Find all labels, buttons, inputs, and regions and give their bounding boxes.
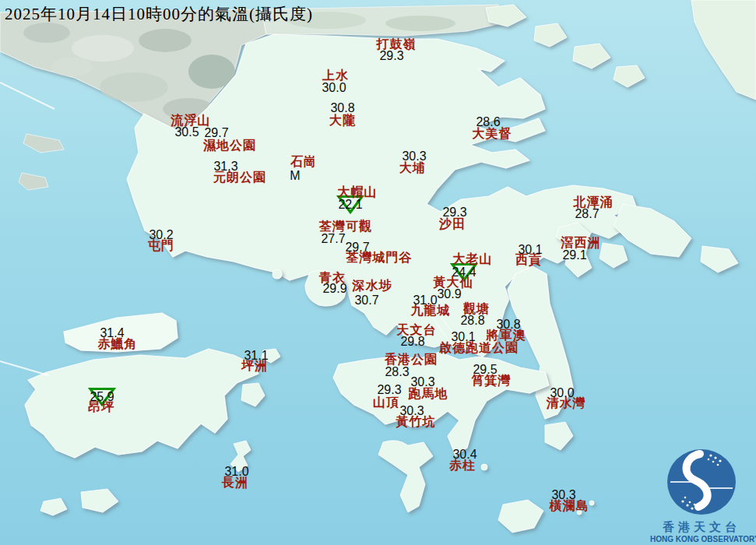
station-temperature: 29.3	[377, 383, 401, 397]
station-temperature: 28.6	[476, 115, 500, 129]
hko-logo: 香港天文台 HONG KONG OBSERVATORY	[650, 448, 753, 543]
station-temperature: 31.3	[213, 160, 237, 174]
station-temperature: 28.8	[460, 314, 484, 328]
station-temperature: 29.3	[442, 206, 466, 220]
station-temperature: 30.7	[354, 294, 378, 308]
station-temperature: 31.0	[413, 294, 437, 308]
stations-layer: 29.3打鼓嶺30.0上水30.8大隴28.6大美督30.5流浮山29.7濕地公…	[0, 0, 756, 545]
station-temperature: 27.7	[321, 232, 345, 246]
weather-map-screen: 2025年10月14日10時00分的氣溫(攝氏度) 29.3打鼓嶺30.0上水3…	[0, 0, 756, 545]
station-temperature: 31.4	[100, 326, 124, 340]
station-temperature: M	[290, 169, 300, 183]
logo-name-chinese: 香港天文台	[650, 520, 753, 535]
station-temperature: 30.0	[550, 386, 574, 400]
station-temperature: 30.3	[410, 375, 434, 389]
hko-logo-icon	[666, 448, 737, 516]
logo-name-english: HONG KONG OBSERVATORY	[650, 535, 753, 543]
station-temperature: 30.5	[174, 125, 199, 139]
station-temperature: 29.9	[322, 282, 346, 296]
station-temperature: 30.3	[399, 404, 424, 418]
station-name: 石崗	[290, 154, 317, 171]
station-temperature: 22.1	[338, 198, 362, 212]
station-temperature: 30.9	[437, 287, 461, 301]
station-temperature: 30.1	[451, 330, 475, 344]
station-temperature: 30.3	[551, 488, 575, 502]
station-temperature: 24.4	[452, 265, 476, 280]
station-temperature: 29.8	[400, 335, 424, 349]
station-temperature: 30.8	[496, 318, 520, 332]
station-temperature: 30.2	[149, 228, 173, 242]
station-temperature: 30.1	[518, 243, 542, 257]
station-temperature: 29.1	[562, 248, 586, 262]
station-temperature: 30.4	[452, 448, 476, 462]
map-title: 2025年10月14日10時00分的氣溫(攝氏度)	[5, 3, 313, 25]
station-temperature: 31.0	[224, 465, 248, 479]
station-temperature: 28.3	[385, 365, 409, 379]
station-temperature: 29.7	[345, 241, 369, 255]
station-temperature: 29.7	[204, 126, 228, 140]
station-temperature: 30.0	[322, 81, 346, 95]
station-name: 深水埗	[353, 278, 392, 294]
station-temperature: 30.3	[402, 149, 426, 164]
station-temperature: 30.8	[330, 101, 354, 115]
station-temperature: 29.5	[473, 363, 497, 377]
station-temperature: 31.1	[244, 349, 268, 363]
station-temperature: 28.7	[575, 207, 599, 221]
station-temperature: 25.9	[90, 390, 114, 404]
station-temperature: 29.3	[379, 49, 403, 63]
